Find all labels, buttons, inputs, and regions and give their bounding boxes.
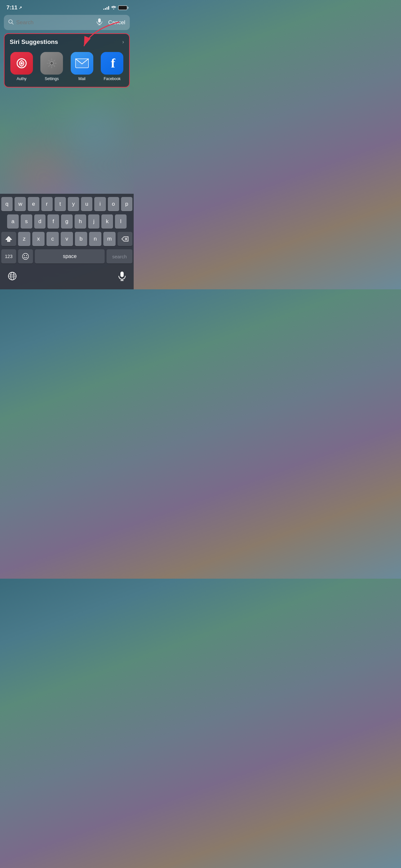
svg-line-17 [49, 66, 50, 66]
search-input[interactable] [16, 20, 94, 26]
numbers-key[interactable]: 123 [1, 249, 16, 264]
mic-icon[interactable] [96, 18, 102, 27]
key-v[interactable]: v [61, 232, 73, 246]
key-w[interactable]: w [14, 197, 26, 211]
key-c[interactable]: c [47, 232, 59, 246]
key-f[interactable]: f [48, 214, 59, 228]
authy-app-label: Authy [17, 76, 27, 81]
facebook-app-icon: f [101, 52, 123, 74]
key-h[interactable]: h [74, 214, 86, 228]
siri-chevron-icon: › [122, 39, 124, 45]
mail-app-icon [71, 52, 93, 74]
key-x[interactable]: x [32, 232, 44, 246]
key-s[interactable]: s [21, 214, 32, 228]
key-z[interactable]: z [18, 232, 30, 246]
authy-app-icon [10, 52, 33, 74]
status-time: 7:11 ↗ [6, 4, 22, 11]
svg-line-15 [54, 66, 55, 66]
key-d[interactable]: d [34, 214, 46, 228]
key-e[interactable]: e [28, 197, 39, 211]
empty-area [0, 88, 134, 194]
key-y[interactable]: y [68, 197, 79, 211]
key-i[interactable]: i [94, 197, 105, 211]
settings-app-icon [40, 52, 63, 74]
key-u[interactable]: u [81, 197, 92, 211]
svg-point-9 [50, 61, 54, 65]
key-o[interactable]: o [108, 197, 119, 211]
keyboard-row-1: q w e r t y u i o p [1, 197, 132, 211]
search-icon [8, 20, 13, 26]
location-icon: ↗ [19, 5, 22, 10]
app-item-facebook[interactable]: f Facebook [98, 52, 126, 81]
key-t[interactable]: t [55, 197, 66, 211]
siri-suggestions-header[interactable]: Siri Suggestions › [4, 34, 129, 50]
app-item-mail[interactable]: Mail [68, 52, 96, 81]
battery-icon [118, 5, 127, 10]
app-item-settings[interactable]: Settings [38, 52, 66, 81]
status-icons [103, 5, 127, 10]
key-q[interactable]: q [1, 197, 12, 211]
wifi-icon [111, 5, 116, 10]
key-j[interactable]: j [88, 214, 100, 228]
siri-apps-grid: Authy [4, 50, 129, 87]
svg-line-14 [49, 60, 50, 61]
svg-rect-28 [120, 272, 124, 277]
settings-app-label: Settings [45, 76, 59, 81]
keyboard: q w e r t y u i o p a s d f g h j k l [0, 194, 134, 268]
cancel-button[interactable]: Cancel [105, 20, 125, 26]
keyboard-row-2: a s d f g h j k l [1, 214, 132, 228]
svg-point-22 [23, 253, 29, 259]
shift-key[interactable] [1, 232, 16, 246]
space-key[interactable]: space [35, 249, 104, 264]
facebook-app-label: Facebook [104, 76, 121, 81]
key-r[interactable]: r [41, 197, 53, 211]
svg-point-24 [26, 255, 27, 256]
search-bar-container: Cancel [0, 13, 134, 33]
key-a[interactable]: a [7, 214, 19, 228]
key-l[interactable]: l [115, 214, 127, 228]
mail-app-label: Mail [79, 76, 86, 81]
mic-bottom-icon[interactable] [118, 271, 126, 283]
search-key[interactable]: search [106, 249, 132, 264]
time-display: 7:11 [6, 4, 18, 11]
facebook-f-letter: f [109, 57, 115, 70]
key-g[interactable]: g [61, 214, 73, 228]
svg-line-1 [12, 23, 13, 24]
keyboard-row-3: z x c v b n m [1, 232, 132, 246]
signal-bars-icon [103, 6, 109, 10]
key-b[interactable]: b [75, 232, 87, 246]
delete-key[interactable] [118, 232, 132, 246]
keyboard-row-4: 123 space search [1, 249, 132, 264]
siri-suggestions-card: Siri Suggestions › Authy [4, 33, 130, 88]
svg-point-8 [21, 62, 23, 64]
status-bar: 7:11 ↗ [0, 0, 134, 13]
siri-suggestions-title: Siri Suggestions [10, 38, 58, 45]
key-k[interactable]: k [101, 214, 113, 228]
key-n[interactable]: n [89, 232, 101, 246]
svg-point-23 [24, 255, 25, 256]
app-item-authy[interactable]: Authy [8, 52, 35, 81]
bottom-bar [0, 268, 134, 289]
key-m[interactable]: m [103, 232, 116, 246]
globe-icon[interactable] [8, 272, 17, 283]
svg-line-16 [54, 60, 55, 61]
key-p[interactable]: p [121, 197, 132, 211]
search-bar[interactable]: Cancel [4, 15, 130, 30]
svg-rect-2 [98, 19, 101, 23]
emoji-key[interactable] [18, 249, 33, 264]
